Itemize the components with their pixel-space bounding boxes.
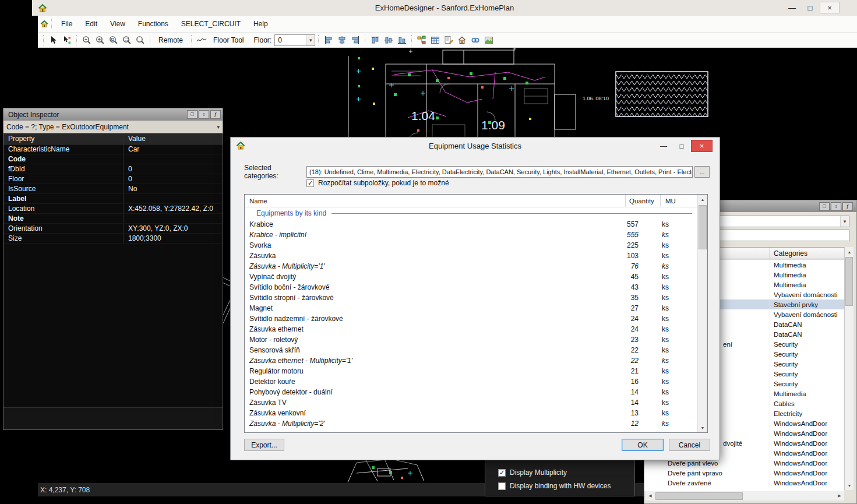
menu-item-select_circuit[interactable]: SELECT_CIRCUIT (175, 16, 247, 32)
object-type-select[interactable]: Code = ?; Type = ExOutdoorEquipment ▾ (3, 121, 223, 133)
stats-row[interactable]: Svítidlo nadzemní - žárovkové24ks (245, 313, 698, 324)
close-button[interactable]: × (820, 2, 840, 13)
object-inspector-titlebar[interactable]: Object Inspector □ ↕ ƒ (3, 108, 223, 121)
inspector-row[interactable]: CharacteristicNameCar (3, 144, 223, 154)
scroll-up-button[interactable]: ▲ (845, 247, 854, 256)
cancel-button[interactable]: Cancel (669, 439, 710, 451)
stats-row[interactable]: Sensorová skříň22ks (245, 345, 698, 355)
selected-categories-input[interactable]: (18): Undefined, Clime, Multimedia, Elec… (306, 166, 693, 178)
stats-row[interactable]: Zásuvka ethernet24ks (245, 324, 698, 334)
stats-row[interactable]: Zásuvka103ks (245, 251, 698, 261)
stats-row[interactable]: Zásuvka venkovní13ks (245, 408, 698, 418)
floor-tool-button[interactable]: Floor Tool (208, 34, 249, 46)
scroll-down-button[interactable]: ▼ (845, 481, 854, 490)
export-button[interactable]: Export... (244, 439, 284, 451)
align-right-button[interactable] (348, 34, 362, 46)
display-hw-binding-label: Display binding with HW devices (510, 482, 611, 490)
zoom-in-button[interactable] (93, 34, 107, 46)
subitems-checkbox[interactable]: ✓ (306, 179, 314, 187)
inspector-row[interactable]: fDbId0 (3, 164, 223, 174)
stats-row[interactable]: Krabice557ks (245, 219, 698, 230)
panel-expand-button[interactable]: ↕ (831, 202, 841, 211)
stats-row[interactable]: Detektor kouře16ks (245, 376, 698, 387)
stats-row[interactable]: Vypínač dvojitý45ks (245, 272, 698, 282)
menu-item-edit[interactable]: Edit (79, 16, 104, 32)
scrollbar-thumb[interactable] (699, 205, 707, 249)
equipment-usage-statistics-dialog: Equipment Usage Statistics — □ × Selecte… (230, 137, 720, 460)
display-hw-binding-checkbox[interactable] (498, 482, 506, 490)
panel-expand-button[interactable]: ↕ (199, 110, 209, 119)
menu-item-help[interactable]: Help (247, 16, 274, 32)
home-button[interactable] (455, 34, 468, 46)
dialog-maximize-button[interactable]: □ (673, 140, 690, 152)
scroll-left-button[interactable]: ◀ (646, 491, 655, 501)
zoom-previous-button[interactable] (133, 34, 147, 46)
panel-dock-button[interactable]: □ (819, 202, 830, 211)
menu-item-file[interactable]: File (55, 16, 79, 32)
stats-row[interactable]: Svítidlo stropní - žárovkové35ks (245, 292, 698, 303)
stats-row[interactable]: Krabice - implicitní555ks (245, 230, 698, 240)
panel-fx-button[interactable]: ƒ (842, 202, 853, 211)
minimize-button[interactable]: — (784, 2, 800, 13)
inspector-row[interactable]: Floor0 (3, 174, 223, 184)
chevron-down-icon: ▾ (840, 216, 849, 227)
stats-row[interactable]: Svítidlo boční - žárovkové43ks (245, 282, 698, 292)
remote-button[interactable]: Remote (153, 34, 188, 46)
scroll-up-button[interactable]: ▲ (698, 195, 707, 204)
categories-vertical-scrollbar[interactable]: ▲ ▼ (844, 247, 854, 490)
category-row[interactable]: Dveře zavřenéWindowsAndDoor (644, 478, 844, 488)
menu-item-view[interactable]: View (104, 16, 132, 32)
dialog-titlebar[interactable]: Equipment Usage Statistics — □ × (231, 138, 720, 154)
zoom-out-button[interactable] (80, 34, 93, 46)
stats-row[interactable]: Zásuvka - Multiplicity='2'12ks (245, 418, 698, 429)
floor-tool-icon-button[interactable] (195, 34, 208, 46)
edit-note-button[interactable] (442, 34, 455, 46)
menu-item-functions[interactable]: Functions (132, 16, 175, 32)
align-center-button[interactable] (335, 34, 348, 46)
floor-select[interactable]: 0 ▾ (274, 34, 315, 46)
inspector-row[interactable]: Size1800;3300 (3, 234, 223, 244)
subitems-checkbox-row: ✓ Rozpočítat subpoložky, pokud je to mož… (306, 179, 449, 187)
panel-dock-button[interactable]: □ (187, 110, 198, 119)
stats-row[interactable]: Zásuvka TV14ks (245, 397, 698, 408)
category-row[interactable]: Dveře pánt vpravoWindowsAndDoor (644, 468, 844, 478)
stats-row[interactable]: Regulátor motoru21ks (245, 366, 698, 376)
image-button[interactable] (482, 34, 495, 46)
scrollbar-thumb[interactable] (655, 492, 743, 500)
align-bottom-button[interactable] (395, 34, 408, 46)
dialog-close-button[interactable]: × (691, 140, 713, 152)
hierarchy-button[interactable] (415, 34, 428, 46)
table-button[interactable] (428, 34, 442, 46)
dialog-minimize-button[interactable]: — (655, 140, 672, 152)
scrollbar-thumb[interactable] (845, 257, 853, 306)
inspector-row[interactable]: Label (3, 194, 223, 204)
zoom-window-button[interactable] (107, 34, 120, 46)
inspector-row[interactable]: LocationX:452.058, Y:27822.42, Z:0 (3, 204, 223, 214)
zoom-extents-button[interactable] (120, 34, 133, 46)
align-left-button[interactable] (322, 34, 335, 46)
inspector-row[interactable]: OrientationXY:300, YZ:0, ZX:0 (3, 224, 223, 234)
inspector-row[interactable]: Note (3, 214, 223, 224)
panel-fx-button[interactable]: ƒ (210, 110, 221, 119)
maximize-button[interactable]: □ (802, 2, 819, 13)
inspector-row[interactable]: IsSourceNo (3, 184, 223, 194)
categories-horizontal-scrollbar[interactable]: ◀ ▶ (646, 491, 844, 501)
multi-select-cursor-button[interactable] (60, 34, 73, 46)
stats-row[interactable]: Magnet27ks (245, 303, 698, 313)
stats-row[interactable]: Pohybový detektor - duální14ks (245, 387, 698, 397)
align-top-button[interactable] (368, 34, 382, 46)
inspector-row[interactable]: Code (3, 154, 223, 164)
stats-vertical-scrollbar[interactable]: ▲ ▼ (697, 195, 707, 432)
stats-row[interactable]: Zásuvka - Multiplicity='1'76ks (245, 261, 698, 272)
stats-row[interactable]: Zásuvka ethernet - Multiplicity='1'22ks (245, 355, 698, 366)
select-cursor-button[interactable] (47, 34, 60, 46)
align-middle-button[interactable] (382, 34, 395, 46)
stats-row[interactable]: Motor - roletový23ks (245, 334, 698, 345)
ok-button[interactable]: OK (622, 439, 664, 451)
scroll-down-button[interactable]: ▼ (698, 423, 707, 432)
browse-categories-button[interactable]: ... (694, 166, 710, 178)
display-multiplicity-checkbox[interactable]: ✓ (498, 469, 506, 477)
link-button[interactable] (468, 34, 482, 46)
stats-row[interactable]: Svorka225ks (245, 240, 698, 251)
scroll-right-button[interactable]: ▶ (835, 491, 844, 501)
